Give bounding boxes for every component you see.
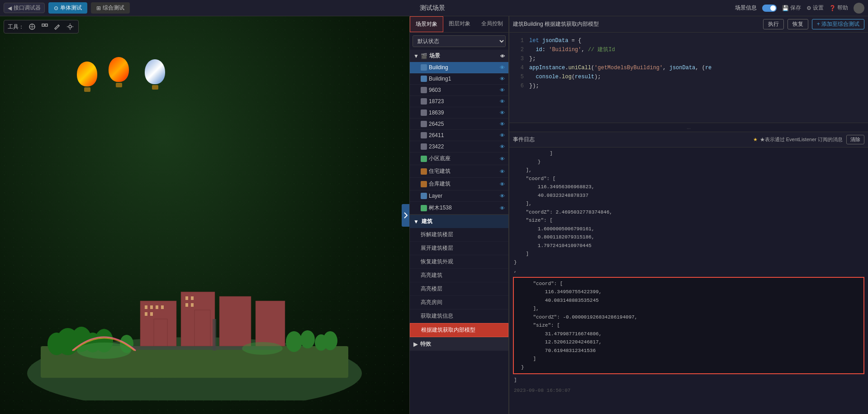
svg-rect-24 bbox=[145, 312, 147, 316]
code-toolbar: 建筑Building 根据建筑获取内部模型 执行 恢复 + 添加至综合测试 bbox=[509, 16, 868, 33]
xiaoqu-eye[interactable]: 👁 bbox=[500, 156, 505, 162]
9603-eye[interactable]: 👁 bbox=[500, 87, 505, 93]
log-line: ], bbox=[509, 166, 868, 175]
svg-point-38 bbox=[242, 342, 283, 355]
svg-rect-3 bbox=[42, 24, 44, 26]
action-highlight-floor[interactable]: 高亮楼层 bbox=[410, 282, 508, 296]
tree-node-building1[interactable]: Building1 👁 bbox=[410, 73, 508, 85]
tool-crosshair[interactable] bbox=[28, 22, 37, 31]
event-log-note: ★ ★表示通过 EventListener 订阅的消息 bbox=[753, 136, 843, 143]
log-line: , bbox=[509, 266, 868, 275]
svg-rect-21 bbox=[150, 305, 153, 309]
help-button[interactable]: ❓ 帮助 bbox=[829, 4, 848, 12]
tree-node-23422[interactable]: 23422 👁 bbox=[410, 141, 508, 152]
svg-rect-27 bbox=[191, 296, 194, 300]
tab-scene-objects[interactable]: 场景对象 bbox=[410, 16, 443, 32]
action-split-floors[interactable]: 拆解建筑楼层 bbox=[410, 228, 508, 242]
restore-button[interactable]: 恢复 bbox=[787, 19, 808, 29]
tree-node-9603[interactable]: 9603 👁 bbox=[410, 85, 508, 96]
scene-info-toggle[interactable] bbox=[762, 5, 777, 12]
tree-node-26411[interactable]: 26411 👁 bbox=[410, 130, 508, 141]
scene-section-icon: 🎬 bbox=[421, 53, 427, 59]
log-line: 0.8001182079315186, bbox=[509, 233, 868, 242]
scene-collapse-icon: ▼ bbox=[413, 53, 419, 59]
event-log-title: 事件日志 bbox=[513, 136, 535, 143]
balloon-1 bbox=[77, 62, 97, 92]
svg-rect-36 bbox=[213, 319, 216, 351]
cangku-eye[interactable]: 👁 bbox=[500, 181, 505, 187]
zhuzhai-eye[interactable]: 👁 bbox=[500, 169, 505, 174]
code-line-6: 6 }); bbox=[509, 81, 868, 90]
svg-point-32 bbox=[300, 330, 315, 348]
code-separator: ... bbox=[509, 123, 868, 132]
building1-eye[interactable]: 👁 bbox=[500, 76, 505, 81]
code-line-1: 1 let jsonData = { bbox=[509, 36, 868, 45]
effects-section-header[interactable]: ▶ 特效 bbox=[410, 337, 508, 351]
log-line: ], bbox=[509, 200, 868, 208]
action-expand-floors[interactable]: 展开建筑楼层 bbox=[410, 242, 508, 255]
exec-button[interactable]: 执行 bbox=[763, 19, 784, 29]
building-eye[interactable]: 👁 bbox=[500, 65, 505, 70]
26425-icon bbox=[421, 121, 427, 127]
action-get-inner-model[interactable]: 根据建筑获取内部模型 bbox=[410, 323, 508, 337]
tree-node-tree1538[interactable]: 树木1538 👁 bbox=[410, 202, 508, 214]
building-section-header[interactable]: ▼ 建筑 bbox=[410, 214, 508, 228]
code-editor[interactable]: 1 let jsonData = { 2 id: 'Building', // … bbox=[509, 33, 868, 123]
18723-eye[interactable]: 👁 bbox=[500, 99, 505, 104]
tree-node-18639[interactable]: 18639 👁 bbox=[410, 107, 508, 119]
scene-info-label: 场景信息 bbox=[735, 4, 757, 12]
tree-node-layer[interactable]: Layer 👁 bbox=[410, 190, 508, 202]
23422-eye[interactable]: 👁 bbox=[500, 144, 505, 149]
action-highlight-building[interactable]: 高亮建筑 bbox=[410, 269, 508, 282]
action-restore-appearance[interactable]: 恢复建筑外观 bbox=[410, 255, 508, 269]
settings-button[interactable]: ⚙ 设置 bbox=[806, 4, 824, 12]
building-collapse-icon: ▼ bbox=[413, 219, 419, 225]
state-select[interactable]: 默认状态 bbox=[413, 35, 506, 47]
tab-unit-test[interactable]: ⊙ 单体测试 bbox=[48, 2, 87, 14]
18639-eye[interactable]: 👁 bbox=[500, 110, 505, 115]
tree-node-26425[interactable]: 26425 👁 bbox=[410, 119, 508, 130]
tab-global-control[interactable]: 全局控制 bbox=[476, 16, 508, 32]
scene-expand-button[interactable] bbox=[402, 204, 409, 227]
log-result-line: ] bbox=[517, 355, 861, 363]
highlighted-result-block: "coord": [ 116.34950755422399, 40.083148… bbox=[513, 277, 864, 375]
tool-settings[interactable] bbox=[66, 22, 75, 31]
tool-pencil[interactable] bbox=[53, 22, 62, 31]
tree1538-eye[interactable]: 👁 bbox=[500, 205, 505, 211]
back-button[interactable]: ◀ 接口调试器 bbox=[4, 3, 45, 13]
star-icon: ★ bbox=[753, 137, 758, 142]
tree-node-building[interactable]: Building 👁 bbox=[410, 62, 508, 73]
26411-eye[interactable]: 👁 bbox=[500, 133, 505, 138]
city-model bbox=[14, 210, 375, 400]
combined-test-icon: ⊞ bbox=[96, 5, 101, 11]
svg-rect-22 bbox=[156, 305, 158, 309]
event-log-content[interactable]: ] } ], "coord": [ 116.34956306968823, 40… bbox=[509, 148, 868, 414]
svg-rect-23 bbox=[161, 305, 164, 309]
save-button[interactable]: 💾 保存 bbox=[782, 4, 801, 12]
zhuzhai-icon bbox=[421, 168, 427, 175]
3d-scene[interactable] bbox=[0, 16, 409, 414]
tree-node-zhuzhai[interactable]: 住宅建筑 👁 bbox=[410, 165, 508, 178]
tree-node-18723[interactable]: 18723 👁 bbox=[410, 96, 508, 107]
log-line: 40.08323248878337 bbox=[509, 191, 868, 200]
action-highlight-room[interactable]: 高亮房间 bbox=[410, 296, 508, 309]
tree-node-cangku[interactable]: 合库建筑 👁 bbox=[410, 178, 508, 190]
log-result-line: "coord": [ bbox=[517, 280, 861, 288]
svg-rect-20 bbox=[145, 305, 147, 309]
tab-figure-objects[interactable]: 图层对象 bbox=[443, 16, 476, 32]
scene-section-header[interactable]: ▼ 🎬 场景 bbox=[410, 50, 508, 62]
svg-rect-4 bbox=[45, 24, 47, 26]
add-to-test-button[interactable]: + 添加至综合测试 bbox=[812, 19, 864, 29]
action-get-building-info[interactable]: 获取建筑信息 bbox=[410, 309, 508, 323]
log-result-line: 12.520612204246817, bbox=[517, 338, 861, 347]
main-layout: 工具： bbox=[0, 16, 868, 414]
tool-select[interactable] bbox=[40, 22, 49, 31]
tab-combined-test[interactable]: ⊞ 综合测试 bbox=[91, 2, 130, 14]
scene-eye-icon[interactable] bbox=[500, 53, 505, 59]
layer-eye[interactable]: 👁 bbox=[500, 193, 505, 199]
26425-eye[interactable]: 👁 bbox=[500, 121, 505, 127]
user-avatar[interactable] bbox=[854, 3, 864, 14]
layer-icon bbox=[421, 193, 427, 199]
clear-log-button[interactable]: 清除 bbox=[846, 135, 864, 144]
tree-node-xiaoqu[interactable]: 小区底座 👁 bbox=[410, 152, 508, 165]
